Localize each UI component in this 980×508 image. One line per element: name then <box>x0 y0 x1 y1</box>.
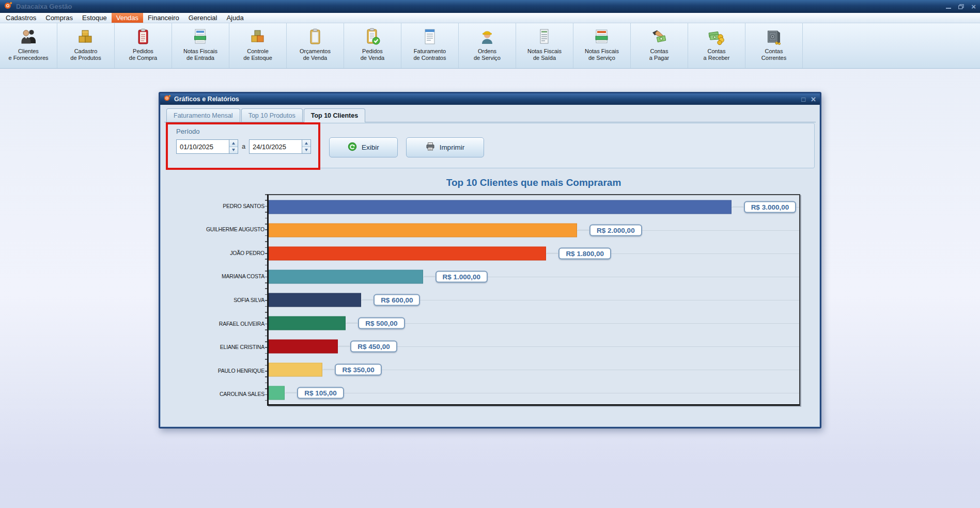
period-actions-panel: Período a Exibir Imp <box>167 123 815 168</box>
minimize-icon[interactable] <box>946 3 951 10</box>
toolbar-button-pedidos-de-compra[interactable]: Pedidosde Compra <box>115 23 172 68</box>
value-label-eliane-cristina: R$ 450,00 <box>350 340 397 352</box>
menu-item-gerencial[interactable]: Gerencial <box>184 13 222 23</box>
toolbar-button-label: Pedidosde Compra <box>129 48 157 61</box>
toolbar-button-label: Faturamentode Contratos <box>414 48 446 61</box>
toolbar-button-controle-de-estoque[interactable]: Controlede Estoque <box>229 23 287 68</box>
invoice-in-icon <box>191 27 210 46</box>
toolbar-button-ordens-de-servico[interactable]: Ordensde Serviço <box>459 23 516 68</box>
spinner-up-icon[interactable] <box>229 140 238 147</box>
spinner-down-icon[interactable] <box>302 147 310 154</box>
order-check-clipboard-icon <box>363 27 382 46</box>
menu-item-estoque[interactable]: Estoque <box>77 13 112 23</box>
date-from-field <box>176 139 238 154</box>
toolbar-button-contas-correntes[interactable]: ContasCorrentes <box>745 23 803 68</box>
toolbar-button-label: Notas Fiscaisde Serviço <box>585 48 619 61</box>
bar-row-carolina-sales: R$ 105,00 <box>269 381 799 404</box>
close-icon[interactable]: ✕ <box>811 96 816 103</box>
printer-icon <box>426 142 435 153</box>
toolbar-button-label: Notas Fiscaisde Entrada <box>183 48 217 61</box>
bar-row-eliane-cristina: R$ 450,00 <box>269 335 799 358</box>
toolbar-button-faturamento-de-contratos[interactable]: Faturamentode Contratos <box>401 23 459 68</box>
toolbar-button-label: Contasa Receber <box>704 48 730 61</box>
date-from-input[interactable] <box>176 139 229 154</box>
bar-pedro-santos[interactable] <box>269 200 732 214</box>
bar-carolina-sales[interactable] <box>269 386 285 400</box>
app-title: Datacaixa Gestão <box>16 3 72 10</box>
spinner-up-icon[interactable] <box>302 140 310 147</box>
toolbar-button-label: Controlede Estoque <box>243 48 272 61</box>
category-label-guilherme-augusto: GUILHERME AUGUSTO <box>164 218 266 242</box>
bar-paulo-henrique[interactable] <box>269 362 322 376</box>
toolbar-button-label: Ordensde Serviço <box>474 48 501 61</box>
close-icon[interactable]: × <box>971 3 976 10</box>
toolbar-button-clientes-e-fornecedores[interactable]: Clientese Fornecedores <box>0 23 57 68</box>
maximize-icon[interactable]: □ <box>801 96 805 103</box>
date-to-input[interactable] <box>249 139 302 154</box>
toolbar-button-notas-fiscais-de-entrada[interactable]: Notas Fiscaisde Entrada <box>172 23 229 68</box>
toolbar-button-notas-fiscais-de-saida[interactable]: Notas Fiscaisde Saída <box>516 23 573 68</box>
dialog-logo-icon <box>164 94 171 104</box>
bar-sofia-silva[interactable] <box>269 293 361 307</box>
menu-item-financeiro[interactable]: Financeiro <box>143 13 184 23</box>
app-logo-icon <box>4 2 12 12</box>
purchase-clipboard-icon <box>134 27 152 46</box>
dialog-title: Gráficos e Relatórios <box>174 96 239 103</box>
toolbar-button-orcamentos-de-venda[interactable]: Orçamentosde Venda <box>287 23 344 68</box>
exibir-button-label: Exibir <box>362 144 379 151</box>
menu-bar: CadastrosComprasEstoqueVendasFinanceiroG… <box>0 13 980 23</box>
bar-eliane-cristina[interactable] <box>269 339 338 353</box>
dialog-controls: □ ✕ <box>801 96 816 103</box>
exibir-refresh-icon <box>348 142 357 153</box>
menu-item-cadastros[interactable]: Cadastros <box>1 13 41 23</box>
toolbar-button-label: ContasCorrentes <box>761 48 786 61</box>
main-titlebar: Datacaixa Gestão × <box>0 0 980 13</box>
toolbar-button-label: Pedidosde Venda <box>361 48 385 61</box>
bar-mariana-costa[interactable] <box>269 269 423 283</box>
value-label-joao-pedro: R$ 1.800,00 <box>558 247 611 259</box>
imprimir-button-label: Imprimir <box>440 144 465 151</box>
toolbar-button-contas-a-receber[interactable]: Contasa Receber <box>688 23 745 68</box>
toolbar-button-label: Contasa Pagar <box>649 48 670 61</box>
bar-chart-plot: R$ 3.000,00R$ 2.000,00R$ 1.800,00R$ 1.00… <box>267 194 800 406</box>
tab-top-10-produtos[interactable]: Top 10 Produtos <box>241 108 303 122</box>
toolbar-button-contas-a-pagar[interactable]: Contasa Pagar <box>631 23 688 68</box>
window-controls: × <box>946 3 976 10</box>
quote-clipboard-icon <box>306 27 324 46</box>
gridline <box>269 393 799 393</box>
bar-joao-pedro[interactable] <box>269 246 546 260</box>
date-to-field <box>249 139 311 154</box>
value-label-pedro-santos: R$ 3.000,00 <box>744 201 797 213</box>
category-label-paulo-henrique: PAULO HENRIQUE <box>164 359 266 383</box>
toolbar-button-notas-fiscais-de-servico[interactable]: Notas Fiscaisde Serviço <box>573 23 631 68</box>
menu-item-compras[interactable]: Compras <box>41 13 77 23</box>
bar-row-joao-pedro: R$ 1.800,00 <box>269 242 799 265</box>
tab-faturamento-mensal[interactable]: Faturamento Mensal <box>166 108 240 122</box>
bar-row-sofia-silva: R$ 600,00 <box>269 288 799 311</box>
menu-item-vendas[interactable]: Vendas <box>112 13 143 23</box>
menu-item-ajuda[interactable]: Ajuda <box>222 13 248 23</box>
toolbar-button-cadastro-de-produtos[interactable]: Cadastrode Produtos <box>57 23 115 68</box>
dialog-titlebar[interactable]: Gráficos e Relatórios □ ✕ <box>160 93 820 105</box>
desktop: { "window": { "title": "Datacaixa Gestão… <box>0 0 980 508</box>
period-separator-label: a <box>242 142 245 150</box>
imprimir-button[interactable]: Imprimir <box>406 137 484 157</box>
bar-row-rafael-oliveira: R$ 500,00 <box>269 311 799 335</box>
tab-top-10-clientes[interactable]: Top 10 Clientes <box>304 108 365 122</box>
safe-icon <box>765 27 783 46</box>
users-icon <box>19 27 38 46</box>
invoice-out-icon <box>535 27 554 46</box>
exibir-button[interactable]: Exibir <box>329 137 398 157</box>
toolbar-button-pedidos-de-venda[interactable]: Pedidosde Venda <box>344 23 401 68</box>
bar-rafael-oliveira[interactable] <box>269 316 346 330</box>
graficos-e-relatorios-dialog: Gráficos e Relatórios □ ✕ Faturamento Me… <box>159 92 821 428</box>
bar-row-paulo-henrique: R$ 350,00 <box>269 358 799 381</box>
bar-guilherme-augusto[interactable] <box>269 223 577 237</box>
contract-document-icon <box>421 27 439 46</box>
products-boxes-icon <box>76 27 95 46</box>
report-tabs: Faturamento MensalTop 10 ProdutosTop 10 … <box>166 108 365 122</box>
category-label-sofia-silva: SOFIA SILVA <box>164 288 266 312</box>
category-label-eliane-cristina: ELIANE CRISTINA <box>164 335 266 359</box>
restore-icon[interactable] <box>958 3 964 10</box>
spinner-down-icon[interactable] <box>229 147 238 154</box>
